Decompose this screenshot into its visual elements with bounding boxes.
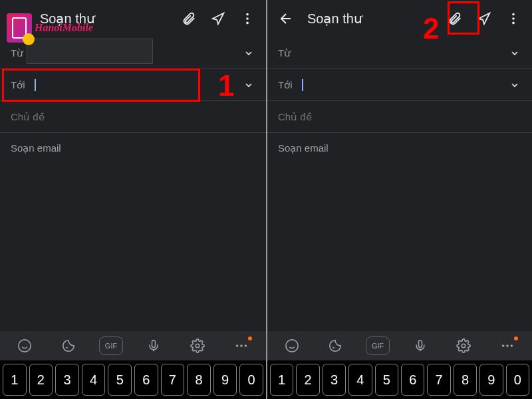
email-body-area[interactable]: Soạn email <box>267 133 532 331</box>
body-placeholder: Soạn email <box>11 142 255 154</box>
key-3[interactable]: 3 <box>323 364 346 396</box>
emoji-icon[interactable] <box>279 334 305 358</box>
more-menu-button[interactable] <box>234 5 261 32</box>
gif-button[interactable]: GIF <box>366 336 390 355</box>
key-9[interactable]: 9 <box>213 364 237 396</box>
annotation-number-2: 2 <box>423 12 439 45</box>
attach-button[interactable] <box>176 5 202 32</box>
svg-point-4 <box>196 344 200 348</box>
key-7[interactable]: 7 <box>427 364 450 396</box>
chevron-down-icon <box>242 80 255 90</box>
key-8[interactable]: 8 <box>454 364 477 396</box>
key-1[interactable]: 1 <box>3 364 27 396</box>
email-body-area[interactable]: Soạn email <box>0 133 266 331</box>
chevron-down-icon <box>508 80 521 90</box>
sticker-icon[interactable] <box>322 334 348 358</box>
mic-icon[interactable] <box>407 334 434 358</box>
header-title: Soạn thư <box>307 11 439 27</box>
svg-point-15 <box>511 344 513 347</box>
key-1[interactable]: 1 <box>270 364 293 396</box>
notification-dot <box>514 336 518 340</box>
subject-input[interactable] <box>11 111 255 122</box>
gif-button[interactable]: GIF <box>99 336 123 355</box>
from-field-row[interactable]: Từ <box>267 37 532 69</box>
more-icon[interactable] <box>228 334 255 358</box>
svg-point-11 <box>286 340 298 352</box>
to-field-row[interactable]: Tới <box>267 69 532 101</box>
chevron-down-icon <box>242 48 255 59</box>
logo-badge-icon <box>7 13 32 43</box>
key-7[interactable]: 7 <box>161 364 185 396</box>
svg-point-9 <box>512 17 515 20</box>
subject-field-row[interactable] <box>0 101 266 133</box>
watermark-logo: HanoiMobile <box>7 13 93 43</box>
more-icon[interactable] <box>494 334 521 358</box>
svg-point-5 <box>236 344 239 347</box>
svg-point-1 <box>246 17 249 20</box>
emoji-icon[interactable] <box>11 334 38 358</box>
back-button[interactable] <box>273 5 299 32</box>
svg-point-8 <box>512 13 515 16</box>
from-label: Từ <box>278 47 298 59</box>
keyboard-toolbar: GIF <box>0 331 266 360</box>
key-2[interactable]: 2 <box>296 364 319 396</box>
more-menu-button[interactable] <box>500 5 527 32</box>
svg-point-13 <box>502 344 505 347</box>
mic-icon[interactable] <box>140 334 167 358</box>
number-keyboard-row: 1 2 3 4 5 6 7 8 9 0 <box>267 360 532 399</box>
body-placeholder: Soạn email <box>278 142 521 154</box>
svg-point-3 <box>19 340 31 352</box>
compose-screen-step1: Soạn thư Từ Tới Soạn email <box>0 0 266 399</box>
settings-gear-icon[interactable] <box>184 334 211 358</box>
svg-point-12 <box>462 344 466 348</box>
keyboard-toolbar: GIF <box>267 331 532 360</box>
svg-point-7 <box>245 344 247 347</box>
key-9[interactable]: 9 <box>479 364 503 396</box>
key-0[interactable]: 0 <box>239 364 263 396</box>
key-3[interactable]: 3 <box>55 364 79 396</box>
to-label: Tới <box>278 79 298 91</box>
text-cursor <box>302 79 303 91</box>
annotation-highlight-box-1 <box>2 68 200 102</box>
key-2[interactable]: 2 <box>29 364 53 396</box>
subject-input[interactable] <box>278 111 521 122</box>
key-5[interactable]: 5 <box>108 364 132 396</box>
chevron-down-icon <box>508 48 521 59</box>
svg-point-6 <box>240 344 243 347</box>
settings-gear-icon[interactable] <box>450 334 477 358</box>
annotation-highlight-box-2 <box>448 1 479 35</box>
key-4[interactable]: 4 <box>348 364 372 396</box>
key-6[interactable]: 6 <box>401 364 424 396</box>
sticker-icon[interactable] <box>55 334 82 358</box>
annotation-number-1: 1 <box>218 69 234 102</box>
key-8[interactable]: 8 <box>187 364 211 396</box>
notification-dot <box>248 336 252 340</box>
svg-point-10 <box>512 22 515 25</box>
key-4[interactable]: 4 <box>82 364 106 396</box>
key-5[interactable]: 5 <box>375 364 398 396</box>
logo-text: HanoiMobile <box>35 22 93 34</box>
send-button[interactable] <box>205 5 231 32</box>
svg-point-14 <box>506 344 509 347</box>
number-keyboard-row: 1 2 3 4 5 6 7 8 9 0 <box>0 360 266 399</box>
key-6[interactable]: 6 <box>134 364 158 396</box>
compose-screen-step2: Soạn thư Từ Tới Soạn email <box>266 0 532 399</box>
key-0[interactable]: 0 <box>506 364 529 396</box>
svg-point-0 <box>246 13 249 16</box>
subject-field-row[interactable] <box>267 101 532 133</box>
svg-point-2 <box>246 22 249 25</box>
compose-header: Soạn thư <box>267 0 532 37</box>
